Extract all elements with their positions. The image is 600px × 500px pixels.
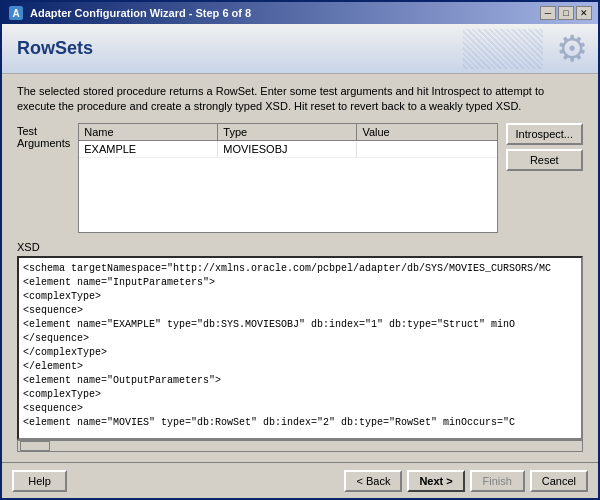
xsd-line-10: <complexType> — [23, 388, 577, 402]
xsd-label: XSD — [17, 241, 583, 253]
table-row: EXAMPLE MOVIESOBJ — [79, 141, 496, 158]
footer-right: < Back Next > Finish Cancel — [344, 470, 588, 492]
xsd-line-2: <element name="InputParameters"> — [23, 276, 577, 290]
xsd-horizontal-scrollbar[interactable] — [17, 440, 583, 452]
header-banner: RowSets ⚙ — [2, 24, 598, 74]
svg-text:A: A — [12, 8, 19, 19]
footer: Help < Back Next > Finish Cancel — [2, 462, 598, 498]
back-button[interactable]: < Back — [344, 470, 402, 492]
xsd-scrollbar-thumb[interactable] — [20, 441, 50, 451]
help-button[interactable]: Help — [12, 470, 67, 492]
xsd-line-8: </element> — [23, 360, 577, 374]
col-value-header: Value — [357, 124, 496, 140]
maximize-button[interactable]: □ — [558, 6, 574, 20]
table-header: Name Type Value — [79, 124, 496, 141]
reset-button[interactable]: Reset — [506, 149, 583, 171]
main-window: A Adapter Configuration Wizard - Step 6 … — [0, 0, 600, 500]
xsd-line-11: <sequence> — [23, 402, 577, 416]
app-icon: A — [8, 5, 24, 21]
col-type-header: Type — [218, 124, 357, 140]
page-title: RowSets — [17, 38, 93, 59]
finish-button[interactable]: Finish — [470, 470, 525, 492]
test-arguments-section: Test Arguments Name Type Value EXAMPLE M… — [17, 123, 583, 233]
xsd-line-4: <sequence> — [23, 304, 577, 318]
xsd-section: XSD <schema targetNamespace="http://xmln… — [17, 241, 583, 452]
window-title: Adapter Configuration Wizard - Step 6 of… — [30, 7, 534, 19]
xsd-line-3: <complexType> — [23, 290, 577, 304]
xsd-line-6: </sequence> — [23, 332, 577, 346]
minimize-button[interactable]: ─ — [540, 6, 556, 20]
introspect-button[interactable]: Introspect... — [506, 123, 583, 145]
arguments-table: Name Type Value EXAMPLE MOVIESOBJ — [78, 123, 497, 233]
xsd-line-12: <element name="MOVIES" type="db:RowSet" … — [23, 416, 577, 430]
footer-left: Help — [12, 470, 338, 492]
gear-icon: ⚙ — [556, 28, 588, 70]
side-buttons: Introspect... Reset — [506, 123, 583, 233]
test-arguments-label: Test Arguments — [17, 123, 70, 233]
xsd-line-1: <schema targetNamespace="http://xmlns.or… — [23, 262, 577, 276]
xsd-line-5: <element name="EXAMPLE" type="db:SYS.MOV… — [23, 318, 577, 332]
window-controls: ─ □ ✕ — [540, 6, 592, 20]
cancel-button[interactable]: Cancel — [530, 470, 588, 492]
header-decoration — [463, 29, 543, 69]
row-name: EXAMPLE — [79, 141, 218, 158]
description-text: The selected stored procedure returns a … — [17, 84, 583, 115]
title-bar: A Adapter Configuration Wizard - Step 6 … — [2, 2, 598, 24]
row-type: MOVIESOBJ — [218, 141, 357, 158]
row-value[interactable] — [357, 141, 496, 158]
xsd-content-box[interactable]: <schema targetNamespace="http://xmlns.or… — [17, 256, 583, 440]
col-name-header: Name — [79, 124, 218, 140]
xsd-line-7: </complexType> — [23, 346, 577, 360]
main-content: The selected stored procedure returns a … — [2, 74, 598, 462]
close-button[interactable]: ✕ — [576, 6, 592, 20]
xsd-line-9: <element name="OutputParameters"> — [23, 374, 577, 388]
xsd-text: <schema targetNamespace="http://xmlns.or… — [23, 262, 577, 430]
test-arguments-content: Name Type Value EXAMPLE MOVIESOBJ — [78, 123, 497, 233]
next-button[interactable]: Next > — [407, 470, 464, 492]
